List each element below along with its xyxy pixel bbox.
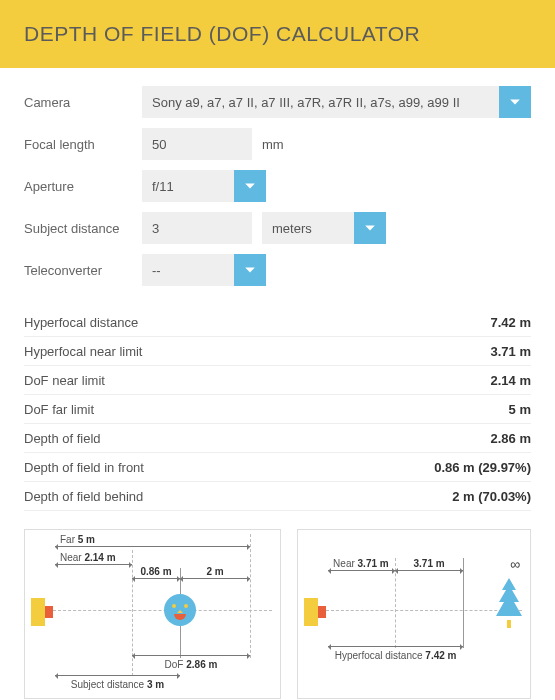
result-key: DoF near limit bbox=[24, 373, 105, 388]
diagrams: Far 5 m Near 2.14 m 0.86 m 2 m DoF 2.86 … bbox=[0, 511, 555, 700]
page-title: DEPTH OF FIELD (DOF) CALCULATOR bbox=[24, 22, 531, 46]
focal-unit: mm bbox=[262, 137, 284, 152]
row-focal-length: Focal length mm bbox=[24, 128, 531, 160]
row-camera: Camera bbox=[24, 86, 531, 118]
front-arrow: 0.86 m bbox=[132, 578, 180, 579]
result-row: Hyperfocal near limit3.71 m bbox=[24, 337, 531, 366]
aperture-dropdown-button[interactable] bbox=[234, 170, 266, 202]
dof-form: Camera Focal length mm Aperture Subject … bbox=[0, 68, 555, 304]
camera-label: Camera bbox=[24, 95, 142, 110]
result-key: Depth of field bbox=[24, 431, 101, 446]
result-key: Hyperfocal near limit bbox=[24, 344, 143, 359]
behind-arrow: 2 m bbox=[180, 578, 250, 579]
camera-select[interactable] bbox=[142, 86, 531, 118]
tree-icon bbox=[494, 578, 524, 628]
result-row: Depth of field2.86 m bbox=[24, 424, 531, 453]
result-value: 2 m (70.03%) bbox=[452, 489, 531, 504]
distance-unit-dropdown-button[interactable] bbox=[354, 212, 386, 244]
tele-value[interactable] bbox=[142, 254, 234, 286]
aperture-label: Aperture bbox=[24, 179, 142, 194]
result-key: Depth of field in front bbox=[24, 460, 144, 475]
camera-dropdown-button[interactable] bbox=[499, 86, 531, 118]
result-value: 3.71 m bbox=[491, 344, 531, 359]
aperture-select[interactable] bbox=[142, 170, 266, 202]
result-key: Hyperfocal distance bbox=[24, 315, 138, 330]
focal-input[interactable] bbox=[142, 128, 252, 160]
row-subject-distance: Subject distance bbox=[24, 212, 531, 244]
result-value: 5 m bbox=[509, 402, 531, 417]
far-arrow: Far 5 m bbox=[55, 546, 250, 547]
row-aperture: Aperture bbox=[24, 170, 531, 202]
chevron-down-icon bbox=[364, 222, 376, 234]
subject-icon bbox=[164, 594, 196, 626]
camera-value[interactable] bbox=[142, 86, 499, 118]
camera-icon bbox=[31, 598, 53, 626]
hyperfocal-arrow: Hyperfocal distance 7.42 m bbox=[328, 646, 463, 647]
chevron-down-icon bbox=[244, 264, 256, 276]
result-value: 2.86 m bbox=[491, 431, 531, 446]
aperture-value[interactable] bbox=[142, 170, 234, 202]
tele-select[interactable] bbox=[142, 254, 266, 286]
diagram-hyperfocal: Near 3.71 m 3.71 m ∞ Hyperfocal distance… bbox=[297, 529, 531, 699]
dof-arrow: DoF 2.86 m bbox=[132, 655, 250, 656]
result-key: Depth of field behind bbox=[24, 489, 143, 504]
result-value: 2.14 m bbox=[491, 373, 531, 388]
result-row: Depth of field behind2 m (70.03%) bbox=[24, 482, 531, 511]
distance-label: Subject distance bbox=[24, 221, 142, 236]
tele-dropdown-button[interactable] bbox=[234, 254, 266, 286]
result-value: 7.42 m bbox=[491, 315, 531, 330]
chevron-down-icon bbox=[509, 96, 521, 108]
near-arrow: Near 2.14 m bbox=[55, 564, 132, 565]
hyper-half-arrow: 3.71 m bbox=[395, 570, 463, 571]
distance-input[interactable] bbox=[142, 212, 252, 244]
camera-icon bbox=[304, 598, 326, 626]
tele-label: Teleconverter bbox=[24, 263, 142, 278]
result-row: DoF near limit2.14 m bbox=[24, 366, 531, 395]
infinity-symbol: ∞ bbox=[510, 556, 520, 572]
result-row: Depth of field in front0.86 m (29.97%) bbox=[24, 453, 531, 482]
far-line bbox=[250, 534, 251, 658]
diagram-dof: Far 5 m Near 2.14 m 0.86 m 2 m DoF 2.86 … bbox=[24, 529, 281, 699]
row-teleconverter: Teleconverter bbox=[24, 254, 531, 286]
distance-unit-value[interactable] bbox=[262, 212, 354, 244]
result-row: DoF far limit5 m bbox=[24, 395, 531, 424]
page-header: DEPTH OF FIELD (DOF) CALCULATOR bbox=[0, 0, 555, 68]
result-row: Hyperfocal distance7.42 m bbox=[24, 308, 531, 337]
result-value: 0.86 m (29.97%) bbox=[434, 460, 531, 475]
subject-distance-arrow: Subject distance 3 m bbox=[55, 675, 180, 676]
result-key: DoF far limit bbox=[24, 402, 94, 417]
distance-unit-select[interactable] bbox=[262, 212, 386, 244]
focal-label: Focal length bbox=[24, 137, 142, 152]
hyper-near-arrow: Near 3.71 m bbox=[328, 570, 395, 571]
optical-axis bbox=[53, 610, 272, 611]
optical-axis bbox=[326, 610, 522, 611]
chevron-down-icon bbox=[244, 180, 256, 192]
results-table: Hyperfocal distance7.42 m Hyperfocal nea… bbox=[0, 304, 555, 511]
